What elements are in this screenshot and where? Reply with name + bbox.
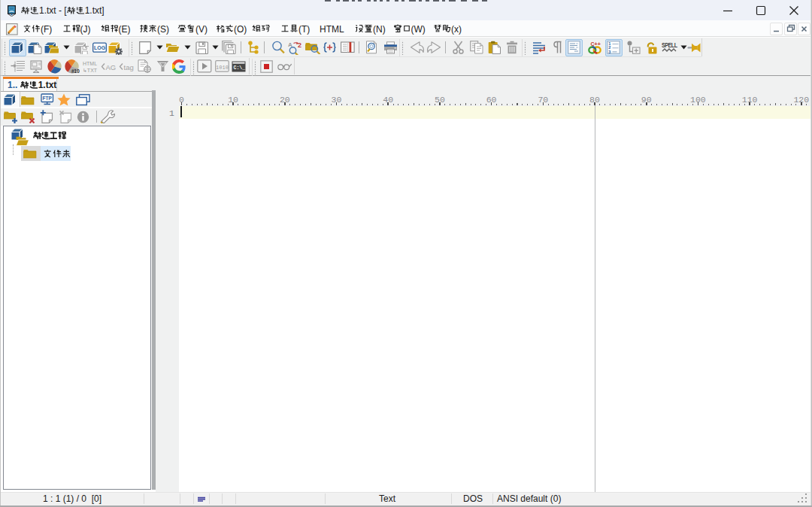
svg-text:1010: 1010 [216, 65, 229, 71]
svg-text:3: 3 [608, 50, 611, 54]
svg-text:AG: AG [106, 63, 117, 71]
svg-text:#10: #10 [71, 68, 80, 73]
svg-text:tag: tag [123, 63, 133, 71]
svg-text:LOG: LOG [93, 45, 105, 50]
svg-text:2: 2 [298, 41, 301, 48]
svg-text:FTP: FTP [42, 96, 52, 101]
svg-text:C++: C++ [591, 41, 601, 46]
svg-text:C:\_: C:\_ [234, 65, 246, 71]
svg-text:HTML: HTML [83, 61, 97, 66]
svg-text:SPELL: SPELL [662, 43, 678, 49]
svg-text:A: A [288, 41, 292, 47]
svg-text:↳TXT: ↳TXT [83, 67, 98, 72]
